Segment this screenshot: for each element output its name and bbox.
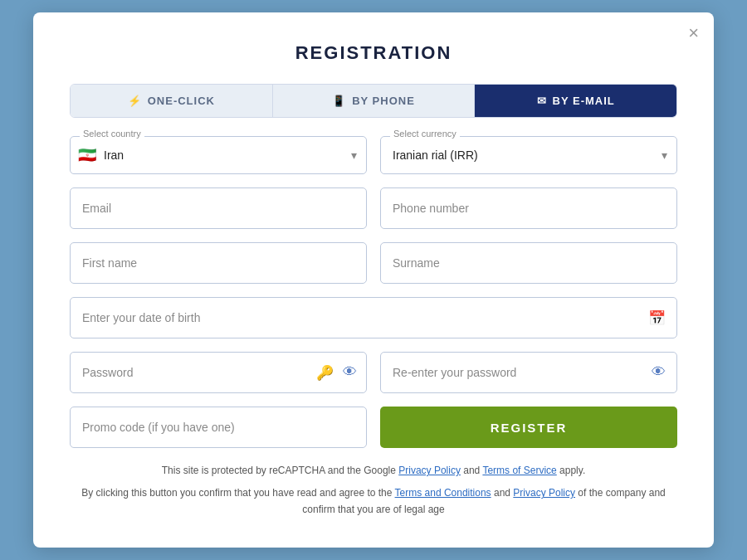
lightning-icon: ⚡ <box>128 95 142 107</box>
email-input[interactable] <box>70 187 367 229</box>
registration-tabs: ⚡ ONE-CLICK 📱 BY PHONE ✉ BY E-MAIL <box>70 84 677 118</box>
name-row <box>70 242 677 284</box>
dob-row: 📅 <box>70 297 677 338</box>
footer1-apply: apply. <box>557 465 585 476</box>
register-button[interactable]: REGISTER <box>380 407 677 448</box>
tab-by-email-label: BY E-MAIL <box>553 95 615 107</box>
currency-select-group: Select currency Iranian rial (IRR) ▾ <box>380 136 677 174</box>
firstname-input[interactable] <box>70 242 367 284</box>
footer1-and: and <box>461 465 482 476</box>
country-select[interactable]: Iran <box>70 136 367 174</box>
tab-by-email[interactable]: ✉ BY E-MAIL <box>474 85 676 117</box>
country-select-wrapper: 🇮🇷 Iran ▾ <box>70 136 367 174</box>
currency-label: Select currency <box>390 129 460 139</box>
email-phone-row <box>70 187 677 229</box>
modal-title: REGISTRATION <box>70 42 677 64</box>
promo-register-row: REGISTER <box>70 407 677 448</box>
surname-input[interactable] <box>380 242 677 284</box>
tab-by-phone-label: BY PHONE <box>352 95 415 107</box>
consent-pre: By clicking this button you confirm that… <box>81 487 394 499</box>
registration-modal: × REGISTRATION ⚡ ONE-CLICK 📱 BY PHONE ✉ … <box>33 12 714 548</box>
promo-group <box>70 407 367 448</box>
country-select-group: Select country 🇮🇷 Iran ▾ <box>70 136 367 174</box>
country-label: Select country <box>80 129 144 139</box>
selects-row: Select country 🇮🇷 Iran ▾ Select currency… <box>70 136 677 174</box>
email-tab-icon: ✉ <box>537 95 547 107</box>
currency-select[interactable]: Iranian rial (IRR) <box>380 136 677 174</box>
repassword-input[interactable] <box>380 352 677 393</box>
eye-slash-icon[interactable]: 👁︎ <box>652 364 666 381</box>
firstname-group <box>70 242 367 284</box>
terms-of-service-link[interactable]: Terms of Service <box>482 465 556 476</box>
tab-by-phone[interactable]: 📱 BY PHONE <box>272 85 475 117</box>
consent-notice: By clicking this button you confirm that… <box>70 485 677 517</box>
password-row: 🔑 👁 👁︎ <box>70 352 677 393</box>
surname-group <box>380 242 677 284</box>
footer2-and: and <box>491 487 514 499</box>
phone-input[interactable] <box>380 187 677 229</box>
promo-input[interactable] <box>70 407 367 448</box>
recaptcha-notice: This site is protected by reCAPTCHA and … <box>70 463 677 479</box>
privacy-policy-link2[interactable]: Privacy Policy <box>513 487 575 499</box>
tab-one-click-label: ONE-CLICK <box>148 95 215 107</box>
terms-conditions-link[interactable]: Terms and Conditions <box>395 487 491 499</box>
dob-input[interactable] <box>70 297 677 338</box>
phone-group <box>380 187 677 229</box>
eye-icon[interactable]: 👁 <box>343 364 357 381</box>
close-button[interactable]: × <box>688 24 699 42</box>
password-input[interactable] <box>70 352 367 393</box>
password-group: 🔑 👁 <box>70 352 367 393</box>
email-group <box>70 187 367 229</box>
tab-one-click[interactable]: ⚡ ONE-CLICK <box>71 85 272 117</box>
currency-select-wrapper: Iranian rial (IRR) ▾ <box>380 136 677 174</box>
recaptcha-text: This site is protected by reCAPTCHA and … <box>162 465 398 476</box>
repassword-group: 👁︎ <box>380 352 677 393</box>
privacy-policy-link1[interactable]: Privacy Policy <box>398 465 461 476</box>
dob-group: 📅 <box>70 297 677 338</box>
phone-tab-icon: 📱 <box>332 95 346 107</box>
